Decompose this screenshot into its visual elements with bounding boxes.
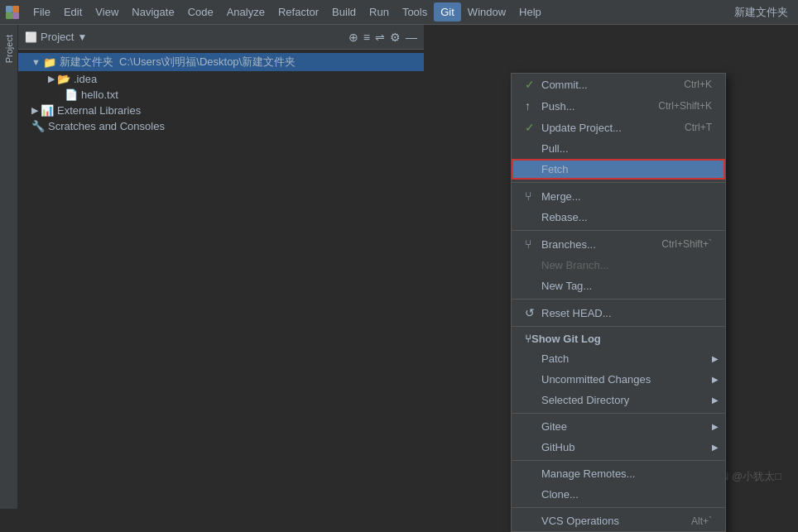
menu-refactor[interactable]: Refactor <box>272 2 325 22</box>
fetch-label: Fetch <box>541 163 569 175</box>
menu-file[interactable]: File <box>26 2 57 22</box>
menu-item-rebase[interactable]: Rebase... <box>512 207 725 228</box>
idea-folder-icon: 📂 <box>57 73 70 85</box>
project-dropdown-arrow[interactable]: ▼ <box>77 31 87 43</box>
vcs-ops-label: VCS Operations <box>541 515 619 527</box>
merge-label: Merge... <box>541 190 581 203</box>
collapse-icon[interactable]: — <box>406 31 417 44</box>
menu-item-merge[interactable]: ⑂ Merge... <box>512 185 725 207</box>
rebase-label: Rebase... <box>541 211 588 223</box>
separator-1 <box>512 182 725 183</box>
menu-item-branches[interactable]: ⑂ Branches... Ctrl+Shift+` <box>512 233 725 255</box>
menu-tools[interactable]: Tools <box>396 2 434 22</box>
menu-item-reset[interactable]: ↺ Reset HEAD... <box>512 302 725 324</box>
scratch-icon: 🔧 <box>31 120 45 132</box>
menu-code[interactable]: Code <box>181 2 220 22</box>
update-label: Update Project... <box>541 122 622 134</box>
git-dropdown-menu: ✓ Commit... Ctrl+K ↑ Push... Ctrl+Shift+… <box>511 73 726 532</box>
settings-icon[interactable]: ⚙ <box>390 31 401 44</box>
svg-rect-3 <box>12 12 19 19</box>
pull-label: Pull... <box>541 142 569 155</box>
separator-7 <box>512 507 725 508</box>
menu-item-update[interactable]: ✓ Update Project... Ctrl+T <box>512 117 725 138</box>
gitee-label: Gitee <box>541 420 567 433</box>
vcs-ops-shortcut: Alt+` <box>678 515 712 527</box>
uncommitted-label: Uncommitted Changes <box>541 373 651 386</box>
menu-item-patch[interactable]: Patch <box>512 348 725 369</box>
separator-3 <box>512 299 725 300</box>
branches-icon: ⑂ <box>525 237 536 251</box>
project-panel: ⬜ Project ▼ ⊕ ≡ ⇌ ⚙ — ▼ 📁 新建文件夹 C:\Users… <box>18 25 424 509</box>
update-shortcut: Ctrl+T <box>671 122 712 133</box>
new-branch-label: New Branch... <box>541 259 609 271</box>
menu-item-pull[interactable]: Pull... <box>512 138 725 159</box>
selected-dir-label: Selected Directory <box>541 394 629 406</box>
arrows-icon[interactable]: ⇌ <box>375 31 385 44</box>
separator-6 <box>512 460 725 461</box>
checkmark-icon: ✓ <box>525 78 536 91</box>
menu-item-new-tag[interactable]: New Tag... <box>512 276 725 296</box>
menu-item-github[interactable]: GitHub <box>512 437 725 458</box>
push-icon: ↑ <box>525 99 536 113</box>
expand-arrow: ▼ <box>31 57 41 67</box>
align-icon[interactable]: ≡ <box>363 31 370 44</box>
merge-icon: ⑂ <box>525 189 536 203</box>
svg-rect-0 <box>6 6 12 12</box>
tree-label-hello: hello.txt <box>81 89 118 101</box>
menu-navigate[interactable]: Navigate <box>125 2 180 22</box>
update-check-icon: ✓ <box>525 121 536 134</box>
menu-git[interactable]: Git <box>434 2 461 22</box>
main-area: Project ⬜ Project ▼ ⊕ ≡ ⇌ ⚙ — ▼ 📁 新建文件夹 … <box>0 25 798 509</box>
tree-item-scratch[interactable]: 🔧 Scratches and Consoles <box>18 118 424 134</box>
menu-item-fetch[interactable]: Fetch <box>512 159 725 180</box>
tree-area: ▼ 📁 新建文件夹 C:\Users\刘明福\Desktop\新建文件夹 ▶ 📂… <box>18 50 424 509</box>
tree-label-idea: .idea <box>74 73 97 85</box>
tree-item-idea[interactable]: ▶ 📂 .idea <box>18 71 424 87</box>
tree-label-root: 新建文件夹 C:\Users\刘明福\Desktop\新建文件夹 <box>60 55 296 69</box>
menu-build[interactable]: Build <box>325 2 363 22</box>
commit-shortcut: Ctrl+K <box>671 79 712 90</box>
new-tag-label: New Tag... <box>541 280 592 292</box>
folder-icon: 📁 <box>43 56 56 69</box>
menu-item-push[interactable]: ↑ Push... Ctrl+Shift+K <box>512 95 725 117</box>
title-bar-text: 新建文件夹 <box>728 5 795 20</box>
menu-view[interactable]: View <box>89 2 125 22</box>
menu-item-uncommitted[interactable]: Uncommitted Changes <box>512 369 725 390</box>
tree-item-extlib[interactable]: ▶ 📊 External Libraries <box>18 103 424 118</box>
menu-run[interactable]: Run <box>363 2 396 22</box>
svg-rect-2 <box>6 12 12 19</box>
menu-window[interactable]: Window <box>461 2 512 22</box>
separator-4 <box>512 326 725 327</box>
show-git-log-label: Show Git Log <box>531 333 601 345</box>
menu-help[interactable]: Help <box>512 2 548 22</box>
menu-item-gitee[interactable]: Gitee <box>512 416 725 437</box>
add-icon[interactable]: ⊕ <box>349 31 358 44</box>
clone-label: Clone... <box>541 488 579 501</box>
commit-label: Commit... <box>541 79 588 91</box>
menu-analyze[interactable]: Analyze <box>220 2 272 22</box>
expand-arrow-idea: ▶ <box>48 74 55 84</box>
tree-item-hello[interactable]: 📄 hello.txt <box>18 87 424 103</box>
app-icon <box>3 3 22 22</box>
menu-item-selected-dir[interactable]: Selected Directory <box>512 390 725 410</box>
push-shortcut: Ctrl+Shift+K <box>645 100 712 112</box>
manage-remotes-label: Manage Remotes... <box>541 467 635 480</box>
github-label: GitHub <box>541 441 574 453</box>
reset-label: Reset HEAD... <box>541 307 612 319</box>
menu-item-clone[interactable]: Clone... <box>512 484 725 505</box>
menu-edit[interactable]: Edit <box>57 2 89 22</box>
branches-shortcut: Ctrl+Shift+` <box>648 238 712 250</box>
menu-item-show-git-log[interactable]: ⑂ Show Git Log <box>512 329 725 348</box>
separator-5 <box>512 413 725 414</box>
menu-item-manage-remotes[interactable]: Manage Remotes... <box>512 463 725 484</box>
branches-label: Branches... <box>541 238 596 251</box>
project-header: ⬜ Project ▼ ⊕ ≡ ⇌ ⚙ — <box>18 25 424 50</box>
menu-item-commit[interactable]: ✓ Commit... Ctrl+K <box>512 74 725 95</box>
project-tab[interactable]: Project <box>2 28 17 69</box>
menu-item-vcs-ops[interactable]: VCS Operations Alt+` <box>512 510 725 531</box>
tree-item-root[interactable]: ▼ 📁 新建文件夹 C:\Users\刘明福\Desktop\新建文件夹 <box>18 53 424 71</box>
project-header-icons: ⊕ ≡ ⇌ ⚙ — <box>349 31 417 44</box>
tree-label-extlib: External Libraries <box>57 104 141 117</box>
menu-bar: File Edit View Navigate Code Analyze Ref… <box>0 0 798 25</box>
svg-rect-1 <box>12 6 19 12</box>
